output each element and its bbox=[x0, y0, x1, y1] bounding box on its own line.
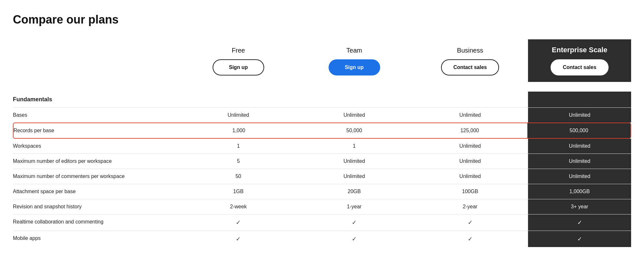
row-revision-history: Revision and snapshot history 2-week 1-y… bbox=[13, 199, 631, 214]
team-max-editors: Unlimited bbox=[296, 154, 412, 169]
check-team-collab: ✓ bbox=[352, 219, 357, 226]
business-records: 125,000 bbox=[412, 123, 527, 138]
free-max-commenters: 50 bbox=[180, 169, 296, 184]
row-attachment-space: Attachment space per base 1GB 20GB 100GB… bbox=[13, 184, 631, 199]
enterprise-contact-button[interactable]: Contact sales bbox=[551, 59, 609, 75]
label-attachment-space: Attachment space per base bbox=[13, 184, 180, 199]
check-enterprise-collab: ✓ bbox=[577, 219, 582, 226]
business-bases: Unlimited bbox=[412, 108, 528, 123]
free-bases: Unlimited bbox=[180, 108, 296, 123]
row-realtime-collab: Realtime collaboration and commenting ✓ … bbox=[13, 214, 631, 231]
business-realtime-collab: ✓ bbox=[412, 214, 528, 231]
row-bases: Bases Unlimited Unlimited Unlimited Unli… bbox=[13, 107, 631, 123]
plan-header-business: Business bbox=[412, 47, 528, 59]
header-labels: Free Team Business bbox=[13, 47, 528, 59]
check-free-collab: ✓ bbox=[236, 219, 241, 226]
label-max-editors: Maximum number of editors per workspace bbox=[13, 154, 180, 169]
plan-header-free: Free bbox=[180, 47, 296, 59]
team-max-commenters: Unlimited bbox=[296, 169, 412, 184]
label-mobile-apps: Mobile apps bbox=[13, 231, 180, 247]
label-records-per-base: Records per base bbox=[14, 123, 181, 138]
label-max-commenters: Maximum number of commenters per workspa… bbox=[13, 169, 180, 184]
business-max-commenters: Unlimited bbox=[412, 169, 528, 184]
ent-btn-col: Contact sales bbox=[528, 59, 631, 82]
enterprise-bases: Unlimited bbox=[528, 108, 631, 123]
team-revision-history: 1-year bbox=[296, 199, 412, 214]
label-revision-history: Revision and snapshot history bbox=[13, 199, 180, 214]
header-empty bbox=[13, 47, 180, 59]
free-mobile-apps: ✓ bbox=[180, 231, 296, 247]
row-workspaces: Workspaces 1 1 Unlimited Unlimited bbox=[13, 139, 631, 154]
check-team-mobile: ✓ bbox=[352, 236, 357, 242]
row-max-commenters: Maximum number of commenters per workspa… bbox=[13, 169, 631, 184]
page-title: Compare our plans bbox=[13, 13, 631, 26]
plan-header-team: Team bbox=[296, 47, 412, 59]
team-realtime-collab: ✓ bbox=[296, 214, 412, 231]
business-revision-history: 2-year bbox=[412, 199, 528, 214]
business-mobile-apps: ✓ bbox=[412, 231, 528, 247]
business-workspaces: Unlimited bbox=[412, 139, 528, 154]
enterprise-max-editors: Unlimited bbox=[528, 154, 631, 169]
label-workspaces: Workspaces bbox=[13, 139, 180, 154]
free-realtime-collab: ✓ bbox=[180, 214, 296, 231]
check-free-mobile: ✓ bbox=[236, 236, 241, 242]
check-business-mobile: ✓ bbox=[468, 236, 473, 242]
row-max-editors: Maximum number of editors per workspace … bbox=[13, 154, 631, 169]
row-mobile-apps: Mobile apps ✓ ✓ ✓ ✓ bbox=[13, 231, 631, 247]
label-bases: Bases bbox=[13, 108, 180, 123]
business-max-editors: Unlimited bbox=[412, 154, 528, 169]
btn-col-team: Sign up bbox=[296, 59, 412, 82]
header-area: Free Team Business Enterprise Scale bbox=[13, 39, 631, 59]
check-enterprise-mobile: ✓ bbox=[577, 235, 582, 243]
team-records: 50,000 bbox=[296, 123, 412, 138]
free-max-editors: 5 bbox=[180, 154, 296, 169]
free-records: 1,000 bbox=[181, 123, 296, 138]
enterprise-realtime-collab: ✓ bbox=[528, 214, 631, 231]
row-records-per-base: Records per base 1,000 50,000 125,000 50… bbox=[13, 123, 631, 139]
section-header-row: Fundamentals bbox=[13, 92, 631, 107]
check-business-collab: ✓ bbox=[468, 219, 473, 226]
section-label-fundamentals: Fundamentals bbox=[13, 92, 180, 107]
enterprise-revision-history: 3+ year bbox=[528, 199, 631, 214]
enterprise-max-commenters: Unlimited bbox=[528, 169, 631, 184]
free-workspaces: 1 bbox=[180, 139, 296, 154]
page-container: Compare our plans Free Team Business Ent… bbox=[0, 0, 644, 268]
free-signup-button[interactable]: Sign up bbox=[213, 59, 264, 75]
label-realtime-collab: Realtime collaboration and commenting bbox=[13, 214, 180, 231]
section-business-empty bbox=[412, 92, 528, 107]
enterprise-records: 500,000 bbox=[527, 123, 630, 138]
team-attachment-space: 20GB bbox=[296, 184, 412, 199]
team-bases: Unlimited bbox=[296, 108, 412, 123]
enterprise-attachment-space: 1,000GB bbox=[528, 184, 631, 199]
btn-col-free: Sign up bbox=[180, 59, 296, 82]
enterprise-workspaces: Unlimited bbox=[528, 139, 631, 154]
btn-col-business: Contact sales bbox=[412, 59, 528, 82]
plan-header-enterprise: Enterprise Scale bbox=[528, 39, 631, 59]
section-team-empty bbox=[296, 92, 412, 107]
team-signup-button[interactable]: Sign up bbox=[329, 59, 380, 75]
business-contact-button[interactable]: Contact sales bbox=[441, 59, 499, 75]
btn-empty bbox=[13, 59, 180, 82]
main-content: Compare our plans Free Team Business Ent… bbox=[0, 0, 644, 268]
buttons-area: Sign up Sign up Contact sales Contact sa… bbox=[13, 59, 631, 82]
business-attachment-space: 100GB bbox=[412, 184, 528, 199]
free-attachment-space: 1GB bbox=[180, 184, 296, 199]
section-enterprise-empty bbox=[528, 92, 631, 107]
enterprise-mobile-apps: ✓ bbox=[528, 231, 631, 247]
free-revision-history: 2-week bbox=[180, 199, 296, 214]
team-mobile-apps: ✓ bbox=[296, 231, 412, 247]
section-free-empty bbox=[180, 92, 296, 107]
team-workspaces: 1 bbox=[296, 139, 412, 154]
